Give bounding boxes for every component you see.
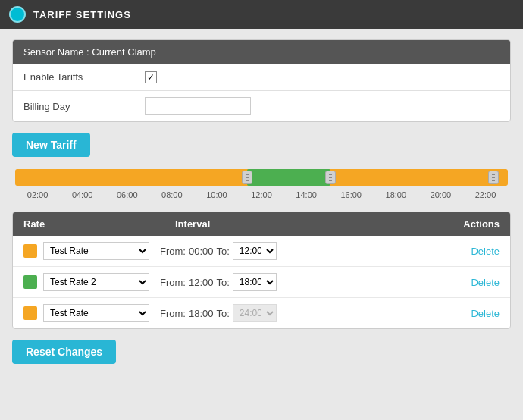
billing-day-label: Billing Day [23, 101, 145, 112]
actions-col-1: Delete [431, 277, 500, 288]
enable-tariffs-row: Enable Tariffs ✓ [13, 64, 510, 91]
time-label: 10:00 [194, 190, 239, 199]
from-label: From: [160, 246, 186, 257]
handle-line [492, 177, 495, 178]
enable-tariffs-label: Enable Tariffs [23, 71, 145, 83]
handle-line [246, 180, 249, 181]
rate-select-2[interactable]: Test Rate Test Rate Test Rate 2 [43, 304, 149, 322]
header-actions: Actions [431, 218, 500, 230]
to-select-1[interactable]: 18:00 [233, 273, 277, 291]
billing-day-input[interactable] [145, 97, 251, 115]
actions-col-2: Delete [431, 308, 500, 319]
slider-handle-1[interactable] [242, 171, 252, 184]
time-label: 22:00 [463, 190, 508, 199]
from-label: From: [160, 277, 186, 288]
sensor-body: Enable Tariffs ✓ Billing Day [13, 64, 510, 121]
app-header: TARIFF SETTINGS [0, 0, 523, 29]
slider-handle-2[interactable] [325, 171, 336, 184]
time-label: 02:00 [15, 190, 60, 199]
header-interval: Interval [175, 218, 431, 230]
rate-select-wrap: Test Rate Test Rate Test Rate 2 [23, 242, 160, 260]
from-label: From: [160, 308, 186, 319]
sensor-box: Sensor Name : Current Clamp Enable Tarif… [12, 39, 511, 122]
time-label: 14:00 [284, 190, 329, 199]
table-row: Test Rate 2 Test Rate Test Rate 2 From: … [13, 267, 510, 298]
to-label: To: [217, 277, 230, 288]
delete-button-2[interactable]: Delete [471, 308, 500, 319]
handle-line [492, 180, 495, 181]
handle-line [329, 177, 332, 178]
sensor-title: Sensor Name : Current Clamp [23, 46, 156, 58]
delete-button-0[interactable]: Delete [471, 246, 500, 257]
new-tariff-button[interactable]: New Tariff [12, 133, 90, 157]
rate-select-1[interactable]: Test Rate 2 Test Rate Test Rate 2 [43, 273, 149, 291]
interval-col-0: From: 00:00 To: 12:00 [160, 242, 431, 260]
to-label: To: [217, 308, 230, 319]
time-label: 16:00 [329, 190, 374, 199]
slider-handle-3[interactable] [488, 171, 499, 184]
color-dot-orange [23, 244, 37, 258]
table-header: Rate Interval Actions [13, 212, 510, 236]
rate-table: Rate Interval Actions Test Rate Test Rat… [12, 212, 511, 329]
rate-select-wrap: Test Rate 2 Test Rate Test Rate 2 [23, 273, 160, 291]
time-labels: 02:0004:0006:0008:0010:0012:0014:0016:00… [15, 190, 508, 199]
from-value: 00:00 [189, 246, 214, 257]
timeline-container: 02:0004:0006:0008:0010:0012:0014:0016:00… [12, 169, 511, 199]
handle-line [329, 180, 332, 181]
header-icon [9, 6, 26, 23]
to-select-2: 24:00 [233, 304, 277, 322]
to-select-0[interactable]: 12:00 [233, 242, 277, 260]
time-label: 04:00 [60, 190, 105, 199]
interval-col-2: From: 18:00 To: 24:00 [160, 304, 431, 322]
from-value: 12:00 [189, 277, 214, 288]
actions-col-0: Delete [431, 246, 500, 257]
track-green-segment [247, 169, 331, 186]
header-title: TARIFF SETTINGS [33, 9, 131, 20]
enable-tariffs-checkbox[interactable]: ✓ [145, 71, 157, 83]
interval-col-1: From: 12:00 To: 18:00 [160, 273, 431, 291]
delete-button-1[interactable]: Delete [471, 277, 500, 288]
handle-line [246, 174, 249, 175]
handle-line [329, 174, 332, 175]
rate-select-wrap: Test Rate Test Rate Test Rate 2 [23, 304, 160, 322]
time-label: 20:00 [418, 190, 463, 199]
handle-line [492, 174, 495, 175]
enable-tariffs-value: ✓ [145, 71, 157, 83]
billing-day-value [145, 97, 251, 115]
color-dot-orange [23, 306, 37, 320]
rate-select-0[interactable]: Test Rate Test Rate Test Rate 2 [43, 242, 149, 260]
header-rate: Rate [23, 218, 175, 230]
main-content: Sensor Name : Current Clamp Enable Tarif… [0, 29, 523, 375]
from-value: 18:00 [189, 308, 214, 319]
billing-day-row: Billing Day [13, 91, 510, 121]
time-label: 08:00 [149, 190, 194, 199]
slider-track [15, 169, 508, 186]
table-row: Test Rate Test Rate Test Rate 2 From: 18… [13, 298, 510, 328]
color-dot-green [23, 275, 37, 289]
time-label: 12:00 [239, 190, 283, 199]
table-row: Test Rate Test Rate Test Rate 2 From: 00… [13, 236, 510, 267]
table-rows: Test Rate Test Rate Test Rate 2 From: 00… [13, 236, 510, 328]
reset-changes-button[interactable]: Reset Changes [12, 340, 116, 364]
time-label: 06:00 [105, 190, 149, 199]
time-label: 18:00 [374, 190, 418, 199]
sensor-header: Sensor Name : Current Clamp [13, 40, 510, 64]
handle-line [246, 177, 249, 178]
to-label: To: [217, 246, 230, 257]
